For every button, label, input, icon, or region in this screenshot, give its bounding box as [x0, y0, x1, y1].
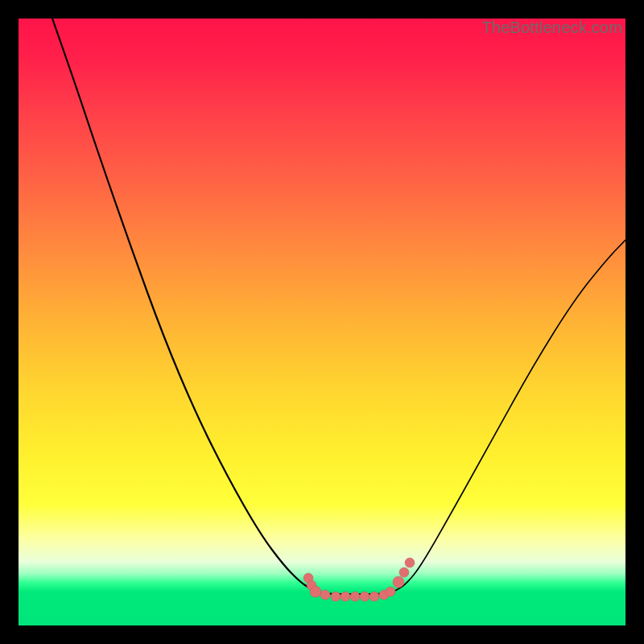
marker-dot	[341, 592, 350, 601]
marker-dot	[405, 558, 415, 568]
marker-dot	[331, 592, 341, 601]
chart-svg	[19, 19, 625, 625]
outer-black-frame: TheBottleneck.com	[0, 0, 644, 644]
marker-dot	[350, 592, 360, 601]
curve-right-branch	[389, 240, 625, 593]
marker-cluster	[303, 558, 415, 601]
plot-area: TheBottleneck.com	[19, 19, 625, 625]
marker-dot	[386, 587, 395, 597]
marker-dot	[360, 592, 369, 601]
marker-dot	[320, 590, 330, 600]
marker-dot	[369, 592, 379, 601]
marker-dot	[393, 576, 404, 588]
curve-left-branch	[52, 19, 323, 593]
marker-dot	[310, 586, 321, 597]
marker-dot	[399, 568, 409, 577]
